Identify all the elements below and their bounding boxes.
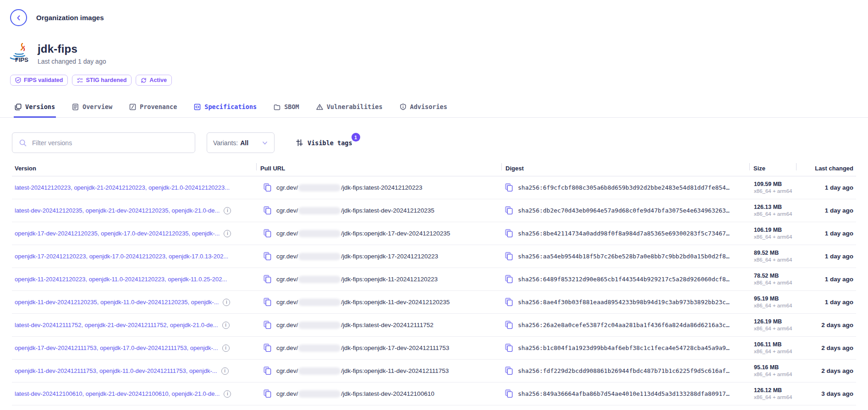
- version-tags-link[interactable]: openjdk-17-dev-202412120235, openjdk-17.…: [15, 230, 220, 237]
- architectures: x86_64 + arm64: [754, 211, 792, 218]
- copy-digest-icon[interactable]: [505, 229, 513, 238]
- info-icon[interactable]: i: [224, 207, 231, 214]
- tab-label: Vulnerabilities: [327, 103, 383, 110]
- copy-pull-url-icon[interactable]: [264, 298, 271, 306]
- architectures: x86_64 + arm64: [754, 348, 792, 355]
- copy-pull-url-icon[interactable]: [264, 252, 271, 261]
- tab-advisories[interactable]: Advisories: [399, 100, 448, 118]
- version-tags-link[interactable]: latest-dev-202412100610, openjdk-21-dev-…: [15, 390, 220, 397]
- pull-url: cgr.dev//jdk-fips:openjdk-17-20241212022…: [276, 253, 438, 260]
- digest-value: sha256:26a2e8a0cefe5387f2c04aa281ba1f436…: [518, 322, 730, 328]
- copy-pull-url-icon[interactable]: [264, 183, 271, 192]
- version-tags-link[interactable]: latest-dev-202412120235, openjdk-21-dev-…: [15, 207, 220, 214]
- copy-digest-icon[interactable]: [505, 252, 513, 261]
- table-row: openjdk-11-dev-202412111753, openjdk-11.…: [12, 360, 856, 383]
- tab-versions[interactable]: Versions: [14, 100, 56, 118]
- info-icon[interactable]: i: [221, 367, 229, 375]
- table-row: latest-dev-202412100610, openjdk-21-dev-…: [12, 383, 856, 405]
- digest-value: sha256:b1c804f1a1923d99bb4af6ebf38c1c1fe…: [518, 344, 730, 351]
- search-icon: [19, 139, 27, 147]
- tab-label: SBOM: [284, 103, 299, 110]
- variants-label: Variants:: [213, 139, 238, 147]
- table-body: latest-202412120223, openjdk-21-20241212…: [12, 176, 856, 405]
- size-value: 106.19 MB: [754, 226, 782, 234]
- version-tags-link[interactable]: openjdk-11-202412120223, openjdk-11.0-20…: [15, 276, 227, 283]
- copy-digest-icon[interactable]: [505, 389, 513, 398]
- last-changed-value: 1 day ago: [796, 245, 856, 268]
- tab-provenance[interactable]: Provenance: [128, 100, 178, 118]
- info-icon[interactable]: i: [224, 390, 231, 398]
- copy-digest-icon[interactable]: [505, 321, 513, 329]
- badges-row: FIPS validated STIG hardened Active: [10, 75, 868, 86]
- table-row: openjdk-11-dev-202412120235, openjdk-11.…: [12, 291, 856, 314]
- redacted-org-name: [298, 276, 341, 283]
- overview-icon: [72, 104, 79, 110]
- copy-digest-icon[interactable]: [505, 183, 513, 192]
- version-tags-link[interactable]: latest-202412120223, openjdk-21-20241212…: [15, 184, 230, 191]
- column-header-digest: Digest: [501, 162, 749, 176]
- last-changed-value: 1 day ago: [796, 199, 856, 222]
- specifications-icon: [194, 104, 201, 110]
- copy-pull-url-icon[interactable]: [264, 389, 271, 398]
- version-tags-link[interactable]: openjdk-17-dev-202412111753, openjdk-17.…: [15, 344, 218, 351]
- filter-versions-box: [12, 132, 195, 153]
- page-title: Organization images: [36, 14, 104, 22]
- tab-label: Versions: [25, 103, 55, 110]
- tab-overview[interactable]: Overview: [71, 100, 113, 118]
- tab-sbom[interactable]: SBOM: [273, 100, 300, 118]
- filter-versions-input[interactable]: [32, 139, 188, 147]
- version-tags-link[interactable]: openjdk-11-dev-202412111753, openjdk-11.…: [15, 367, 217, 374]
- copy-pull-url-icon[interactable]: [264, 344, 271, 352]
- shield-info-icon: [400, 104, 407, 110]
- redacted-org-name: [298, 367, 341, 375]
- tab-specifications[interactable]: Specifications: [193, 100, 258, 118]
- variants-value: All: [240, 139, 248, 147]
- copy-pull-url-icon[interactable]: [264, 206, 271, 215]
- shield-check-icon: [15, 77, 21, 83]
- badge-stig-hardened: STIG hardened: [72, 75, 132, 86]
- redacted-org-name: [298, 230, 341, 237]
- info-icon[interactable]: i: [223, 299, 230, 306]
- info-icon[interactable]: i: [222, 344, 230, 352]
- size-value: 126.19 MB: [754, 318, 782, 325]
- variants-select[interactable]: Variants:All: [207, 132, 275, 153]
- copy-pull-url-icon[interactable]: [264, 229, 271, 238]
- visible-tags-button[interactable]: Visible tags 1: [296, 139, 352, 147]
- copy-digest-icon[interactable]: [505, 344, 513, 352]
- copy-digest-icon[interactable]: [505, 275, 513, 284]
- copy-digest-icon[interactable]: [505, 366, 513, 375]
- table-row: latest-202412120223, openjdk-21-20241212…: [12, 176, 856, 199]
- copy-digest-icon[interactable]: [505, 298, 513, 306]
- table-row: openjdk-17-dev-202412111753, openjdk-17.…: [12, 337, 856, 360]
- version-tags-link[interactable]: openjdk-11-dev-202412120235, openjdk-11.…: [15, 299, 219, 306]
- versions-icon: [15, 104, 22, 110]
- copy-pull-url-icon[interactable]: [264, 321, 271, 329]
- chevron-left-icon: [16, 15, 22, 21]
- architectures: x86_64 + arm64: [754, 234, 792, 241]
- digest-value: sha256:8ae4f30b03f881eaad8954233b98b94d1…: [518, 299, 730, 306]
- info-icon[interactable]: i: [224, 230, 231, 237]
- pull-url: cgr.dev//jdk-fips:latest-dev-20241212023…: [276, 207, 434, 214]
- version-tags-link[interactable]: openjdk-17-202412120223, openjdk-17.0-20…: [15, 253, 228, 260]
- back-button[interactable]: [10, 9, 27, 26]
- size-value: 126.13 MB: [754, 203, 782, 211]
- version-tags-link[interactable]: latest-dev-202412111752, openjdk-21-dev-…: [15, 322, 218, 328]
- last-changed-value: 1 day ago: [796, 222, 856, 245]
- architectures: x86_64 + arm64: [754, 257, 792, 263]
- pull-url: cgr.dev//jdk-fips:latest-dev-20241210061…: [276, 390, 434, 398]
- last-changed-value: 2 days ago: [796, 360, 856, 382]
- copy-pull-url-icon[interactable]: [264, 366, 271, 375]
- image-name: jdk-fips: [38, 43, 106, 55]
- badge-label: STIG hardened: [86, 77, 126, 83]
- copy-pull-url-icon[interactable]: [264, 275, 271, 284]
- tab-vulnerabilities[interactable]: Vulnerabilities: [315, 100, 384, 118]
- redacted-org-name: [298, 344, 341, 352]
- pull-url: cgr.dev//jdk-fips:latest-202412120223: [276, 184, 422, 191]
- architectures: x86_64 + arm64: [754, 188, 792, 195]
- badge-fips-validated: FIPS validated: [10, 75, 68, 86]
- sliders-icon: [296, 139, 303, 147]
- chevron-down-icon: [262, 140, 268, 146]
- copy-digest-icon[interactable]: [505, 206, 513, 215]
- size-value: 106.11 MB: [754, 341, 781, 348]
- info-icon[interactable]: i: [222, 322, 230, 329]
